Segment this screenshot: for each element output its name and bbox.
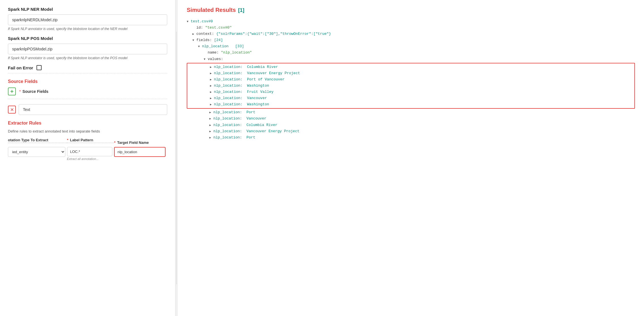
tree-fields: fields: [24] xyxy=(187,37,635,43)
name-key: name: xyxy=(208,50,219,56)
triangle-hl-0[interactable] xyxy=(210,65,214,70)
tree-name: name: "nlp_location" xyxy=(187,50,635,56)
fail-on-error-divider xyxy=(8,73,167,73)
source-fields-add-row: + * Source Fields xyxy=(8,87,167,95)
annotation-type-select[interactable]: ied_entity xyxy=(8,147,65,157)
context-val: {"solrParams":{"wait":["30"],"throwOnErr… xyxy=(216,31,331,37)
label-pattern-cell: Extract all annotation... xyxy=(67,146,114,161)
extra-item-0: nlp_location: Port xyxy=(187,109,635,116)
triangle-extra-3[interactable] xyxy=(209,129,213,134)
target-field-input[interactable] xyxy=(114,147,166,157)
triangle-hl-5[interactable] xyxy=(210,96,214,101)
hl-item-6: nlp_location: Washington xyxy=(210,101,634,108)
ner-model-input[interactable] xyxy=(8,14,167,25)
triangle-extra-0[interactable] xyxy=(209,110,213,115)
extra-item-3: nlp_location: Vancouver Energy Project xyxy=(187,128,635,134)
target-field-cell xyxy=(114,146,167,161)
triangle-hl-4[interactable] xyxy=(210,90,214,95)
nlp-location-key: nlp_location [33] xyxy=(202,43,244,50)
add-source-field-button[interactable]: + xyxy=(8,87,16,95)
ner-model-hint: If Spark NLP annotator is used, specify … xyxy=(8,27,167,31)
label-pattern-input[interactable] xyxy=(67,147,113,156)
id-val: "test.csv#0" xyxy=(205,25,232,31)
fail-on-error-row: Fail on Error xyxy=(8,65,167,70)
hl-item-5: nlp_location: Vancouver xyxy=(210,95,634,101)
id-key: id: xyxy=(196,25,203,31)
panel-divider xyxy=(175,0,178,316)
hl-item-0: nlp_location: Columbia River xyxy=(210,64,634,70)
required-star: * xyxy=(19,89,21,94)
ner-model-title: Spark NLP NER Model xyxy=(8,7,167,12)
triangle-extra-1[interactable] xyxy=(209,116,213,121)
triangle-hl-3[interactable] xyxy=(210,84,214,88)
results-header: Simulated Results [1] xyxy=(187,7,635,13)
triangle-hl-2[interactable] xyxy=(210,77,214,82)
annotation-type-cell: ied_entity xyxy=(8,146,67,161)
tree-nlp-location: nlp_location [33] xyxy=(187,43,635,50)
extra-item-2: nlp_location: Columbia River xyxy=(187,122,635,128)
extractor-rules-desc: Define rules to extract annotated text i… xyxy=(8,129,167,133)
triangle-fields[interactable] xyxy=(192,38,196,43)
results-count: [1] xyxy=(238,7,244,13)
source-field-row: ✕ xyxy=(8,104,167,115)
triangle-nlp-location[interactable] xyxy=(198,44,202,49)
extract-hint: Extract all annotation... xyxy=(67,157,113,161)
triangle-context[interactable] xyxy=(192,32,196,37)
extractor-rules-title: Extractor Rules xyxy=(8,121,167,126)
extra-item-4: nlp_location: Port xyxy=(187,134,635,141)
triangle-root[interactable] xyxy=(187,19,191,24)
results-title: Simulated Results xyxy=(187,7,236,13)
fail-on-error-checkbox[interactable] xyxy=(37,65,42,70)
extra-item-1: nlp_location: Vancouver xyxy=(187,116,635,122)
highlighted-values-box: nlp_location: Columbia River nlp_locatio… xyxy=(187,63,635,109)
hl-item-4: nlp_location: Fruit Valley xyxy=(210,89,634,95)
pos-model-title: Spark NLP POS Model xyxy=(8,36,167,41)
triangle-values[interactable] xyxy=(204,57,208,62)
tree-values: values: xyxy=(187,56,635,62)
context-key: context: xyxy=(196,31,214,37)
col-annotation-header: otation Type To Extract xyxy=(8,138,67,146)
triangle-hl-6[interactable] xyxy=(210,102,214,107)
hl-item-2: nlp_location: Port of Vancouver xyxy=(210,76,634,83)
triangle-hl-1[interactable] xyxy=(210,71,214,76)
fields-count: [24] xyxy=(214,37,223,43)
source-fields-required-label: * Source Fields xyxy=(19,89,48,94)
tree-context: context: {"solrParams":{"wait":["30"],"t… xyxy=(187,31,635,37)
root-key: test.csv#0 xyxy=(191,18,213,25)
extractor-table: otation Type To Extract * Label Pattern … xyxy=(8,138,167,161)
right-panel: Simulated Results [1] test.csv#0 id: "te… xyxy=(178,0,644,316)
tree-id: id: "test.csv#0" xyxy=(187,25,635,31)
hl-item-3: nlp_location: Washington xyxy=(210,83,634,89)
triangle-extra-2[interactable] xyxy=(209,123,213,128)
hl-item-1: nlp_location: Vancouver Energy Project xyxy=(210,70,634,76)
values-key: values: xyxy=(208,56,223,62)
name-val: "nlp_location" xyxy=(221,50,252,56)
tree-root: test.csv#0 xyxy=(187,18,635,25)
fields-key: fields: xyxy=(196,37,212,43)
pos-model-hint: If Spark NLP annotator is used, specify … xyxy=(8,56,167,60)
remove-source-field-button[interactable]: ✕ xyxy=(8,106,16,114)
col-target-header: * Target Field Name xyxy=(114,138,167,146)
source-field-input[interactable] xyxy=(19,104,167,115)
json-tree: test.csv#0 id: "test.csv#0" context: {"s… xyxy=(187,18,635,141)
source-fields-title: Source Fields xyxy=(8,79,167,84)
triangle-extra-4[interactable] xyxy=(209,135,213,140)
col-label-header: * Label Pattern xyxy=(67,138,114,146)
pos-model-input[interactable] xyxy=(8,44,167,54)
left-panel: Spark NLP NER Model If Spark NLP annotat… xyxy=(0,0,175,316)
fail-on-error-label: Fail on Error xyxy=(8,65,33,70)
source-fields-divider xyxy=(8,99,167,99)
extractor-rule-row: ied_entity Extract all annotation... xyxy=(8,146,167,161)
